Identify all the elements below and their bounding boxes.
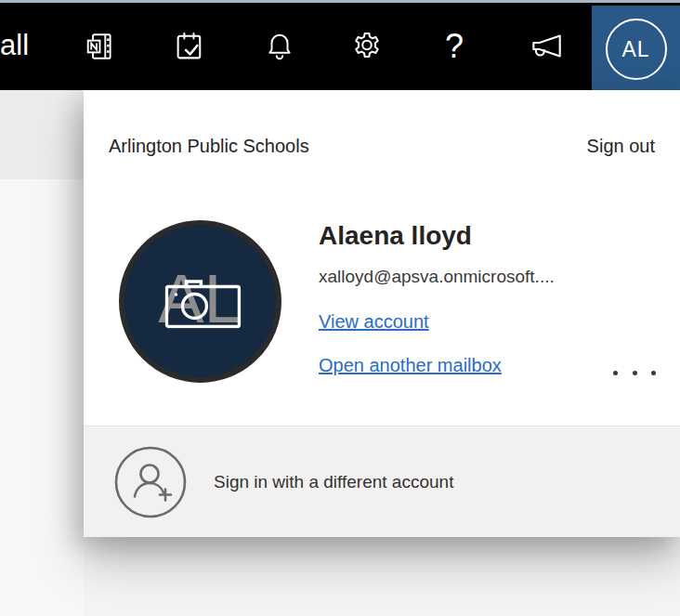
page-background-upper xyxy=(0,90,84,179)
ellipsis-dot xyxy=(613,371,618,375)
avatar-initials-badge: AL xyxy=(606,19,667,80)
panel-header: Arlington Public Schools Sign out xyxy=(84,90,680,157)
settings-button[interactable] xyxy=(343,3,391,90)
ellipsis-dot xyxy=(651,371,656,375)
onenote-icon xyxy=(85,31,116,62)
help-icon: ? xyxy=(445,30,464,63)
gear-icon xyxy=(350,30,384,63)
sign-in-different-account-button[interactable]: Sign in with a different account xyxy=(84,426,680,537)
truncated-install-label[interactable]: all xyxy=(0,27,29,64)
sign-in-different-account-label: Sign in with a different account xyxy=(214,472,453,492)
feedback-button[interactable] xyxy=(522,3,570,90)
account-dropdown-panel: Arlington Public Schools Sign out AL Ala… xyxy=(84,90,680,537)
sign-out-button[interactable]: Sign out xyxy=(587,136,655,157)
page-background-lower xyxy=(0,179,84,616)
person-add-icon xyxy=(113,445,188,519)
organization-name: Arlington Public Schools xyxy=(109,136,309,157)
megaphone-icon xyxy=(527,30,566,63)
help-button[interactable]: ? xyxy=(430,3,478,90)
notifications-button[interactable] xyxy=(255,3,304,90)
profile-photo-button[interactable]: AL xyxy=(119,220,281,383)
todo-button[interactable] xyxy=(165,3,214,90)
app-top-bar: all xyxy=(0,3,680,90)
account-details: Alaena lloyd xalloyd@apsva.onmicrosoft..… xyxy=(319,221,555,376)
bell-icon xyxy=(264,31,295,62)
more-options-button[interactable] xyxy=(613,364,656,381)
ellipsis-dot xyxy=(633,371,637,375)
todo-calendar-check-icon xyxy=(173,30,206,63)
camera-icon xyxy=(164,278,241,332)
account-email: xalloyd@apsva.onmicrosoft.... xyxy=(319,267,555,287)
view-account-link[interactable]: View account xyxy=(319,311,429,333)
account-avatar-button[interactable]: AL xyxy=(592,6,680,93)
account-display-name: Alaena lloyd xyxy=(319,221,555,251)
avatar-initials: AL xyxy=(621,37,649,62)
open-another-mailbox-link[interactable]: Open another mailbox xyxy=(319,355,502,376)
onenote-button[interactable] xyxy=(76,3,124,90)
